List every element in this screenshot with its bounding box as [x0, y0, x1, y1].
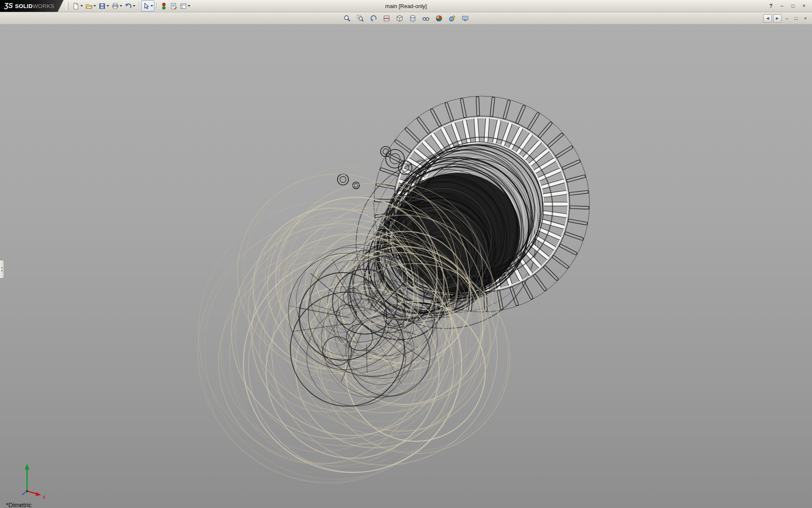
rebuild-lights-button[interactable]: [159, 0, 169, 11]
view-toolbar-right: ◀ ▶ – □ ×: [763, 14, 812, 22]
featuremanager-collapse-handle[interactable]: [0, 260, 4, 279]
print-icon: [112, 3, 119, 10]
undo-button[interactable]: [123, 0, 137, 11]
triad-origin: [26, 490, 28, 492]
orientation-triad[interactable]: x: [10, 461, 49, 502]
wordmark-solid: SOLID: [15, 3, 33, 9]
zoom-to-area-icon: [357, 15, 364, 22]
solidworks-logo: ƷS SOLIDWORKS: [0, 0, 63, 12]
previous-view-button[interactable]: [368, 13, 379, 23]
solidworks-logo-glyph: ƷS: [4, 3, 13, 9]
print-dropdown[interactable]: [120, 5, 122, 7]
zoom-to-area-button[interactable]: [355, 13, 365, 23]
sheet-options-button[interactable]: [178, 0, 192, 11]
view-orientation-label: *Dimetric: [6, 501, 32, 508]
view-toolbar: ◀ ▶ – □ ×: [0, 12, 812, 25]
pane-collapse-left-button[interactable]: ◀: [763, 14, 772, 22]
window-controls: ? – □ ×: [766, 2, 812, 11]
display-style-icon: [409, 15, 416, 22]
new-document-button[interactable]: [71, 0, 84, 11]
file-properties-icon: [170, 3, 177, 10]
previous-view-icon: [370, 15, 377, 22]
view-settings-button[interactable]: [460, 13, 470, 23]
save-button[interactable]: [97, 0, 110, 11]
view-tools-group: [342, 13, 470, 23]
toolbar-separator: [156, 2, 157, 10]
save-floppy-icon: [99, 3, 106, 10]
document-minimize-button[interactable]: –: [783, 15, 791, 22]
sheet-options-icon: [180, 3, 187, 10]
open-button[interactable]: [84, 0, 97, 11]
select-tool-dropdown[interactable]: [151, 5, 153, 7]
view-orientation-cube-icon: [396, 15, 403, 22]
document-close-button[interactable]: ×: [801, 15, 809, 22]
minimize-button[interactable]: –: [777, 2, 787, 11]
hide-show-eyeglasses-icon: [422, 15, 429, 22]
triad-y-arrowhead: [25, 464, 30, 469]
view-settings-icon: [461, 15, 469, 22]
apply-scene-icon: [448, 15, 455, 22]
print-button[interactable]: [110, 0, 123, 11]
zoom-to-fit-button[interactable]: [342, 13, 352, 23]
triad-x-label: x: [43, 494, 46, 500]
undo-arrow-icon: [125, 3, 132, 10]
triad-z-axis: [22, 491, 27, 495]
wordmark-works: WORKS: [33, 3, 54, 9]
hide-show-items-button[interactable]: [421, 13, 431, 23]
title-bar: ƷS SOLIDWORKS: [0, 0, 812, 12]
triad-x-axis: [27, 491, 37, 494]
pane-collapse-right-button[interactable]: ▶: [773, 14, 782, 22]
select-tool-button[interactable]: [141, 0, 154, 11]
toolbar-grip: [66, 2, 69, 10]
select-cursor-icon: [143, 3, 150, 10]
help-button[interactable]: ?: [766, 2, 776, 11]
solidworks-wordmark: SOLIDWORKS: [15, 3, 54, 9]
open-dropdown[interactable]: [93, 5, 96, 7]
toolbar-separator: [139, 2, 139, 10]
new-document-icon: [72, 3, 80, 10]
new-document-dropdown[interactable]: [80, 5, 83, 7]
undo-dropdown[interactable]: [133, 5, 135, 7]
sheet-options-dropdown[interactable]: [188, 5, 190, 7]
view-orientation-button[interactable]: [395, 13, 405, 23]
edit-appearance-ball-icon: [435, 15, 442, 22]
graphics-viewport[interactable]: x *Dimetric: [0, 25, 812, 508]
rebuild-lights-icon: [160, 3, 167, 10]
document-title: main [Read-only]: [385, 3, 427, 9]
close-button[interactable]: ×: [799, 2, 809, 11]
restore-button[interactable]: □: [788, 2, 798, 11]
edit-appearance-button[interactable]: [434, 13, 444, 23]
open-folder-icon: [85, 3, 93, 10]
save-dropdown[interactable]: [107, 5, 109, 7]
document-restore-button[interactable]: □: [792, 15, 800, 22]
section-view-icon: [383, 15, 390, 22]
section-view-button[interactable]: [381, 13, 392, 23]
triad-x-arrowhead: [36, 492, 41, 496]
apply-scene-button[interactable]: [447, 13, 457, 23]
file-properties-button[interactable]: [169, 0, 178, 11]
zoom-to-fit-icon: [343, 15, 351, 22]
display-style-button[interactable]: [408, 13, 418, 23]
engine-wireframe-model[interactable]: [0, 25, 812, 508]
